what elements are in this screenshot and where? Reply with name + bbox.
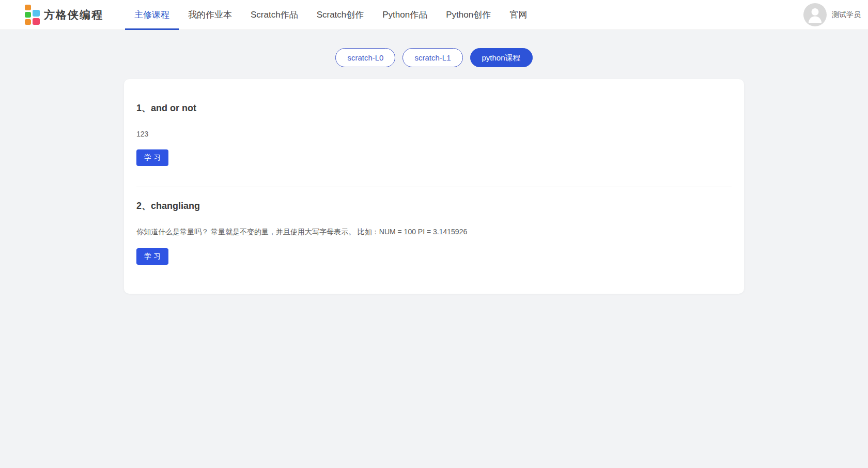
course-item: 2、changliang 你知道什么是常量吗？ 常量就是不变的量，并且使用大写字… [136, 200, 732, 265]
brand-name: 方格侠编程 [44, 8, 103, 22]
course-description: 123 [136, 130, 732, 138]
course-filter-tabs: scratch-L0 scratch-L1 python课程 [0, 48, 868, 67]
logo-square-orange [25, 5, 31, 10]
filter-python-course[interactable]: python课程 [470, 48, 533, 67]
brand-logo-icon [25, 5, 40, 25]
study-button[interactable]: 学 习 [136, 149, 168, 166]
item-divider [136, 187, 732, 187]
study-button[interactable]: 学 习 [136, 248, 168, 265]
logo-square-green [25, 12, 31, 18]
logo-square-orange [25, 19, 31, 25]
nav-item-main-courses[interactable]: 主修课程 [125, 0, 179, 29]
course-list-card: 1、and or not 123 学 习 2、changliang 你知道什么是… [124, 79, 744, 294]
main-nav: 主修课程 我的作业本 Scratch作品 Scratch创作 Python作品 … [125, 0, 803, 29]
course-description: 你知道什么是常量吗？ 常量就是不变的量，并且使用大写字母表示。 比如：NUM =… [136, 228, 732, 237]
course-title: 2、changliang [136, 200, 732, 212]
filter-scratch-l0[interactable]: scratch-L0 [335, 48, 395, 67]
nav-item-python-works[interactable]: Python作品 [373, 0, 437, 29]
course-item: 1、and or not 123 学 习 [136, 102, 732, 166]
logo-square-blue [33, 10, 40, 17]
brand-logo[interactable]: 方格侠编程 [25, 0, 103, 29]
nav-item-python-create[interactable]: Python创作 [437, 0, 500, 29]
person-icon [803, 3, 827, 26]
filter-scratch-l1[interactable]: scratch-L1 [402, 48, 462, 67]
logo-square-pink [33, 18, 40, 25]
nav-item-official-site[interactable]: 官网 [500, 0, 536, 29]
user-menu[interactable]: 测试学员 [803, 0, 861, 29]
nav-item-my-workbook[interactable]: 我的作业本 [179, 0, 241, 29]
user-avatar [803, 3, 827, 26]
username: 测试学员 [832, 10, 861, 20]
main-content: 1、and or not 123 学 习 2、changliang 你知道什么是… [0, 79, 868, 294]
top-navbar: 方格侠编程 主修课程 我的作业本 Scratch作品 Scratch创作 Pyt… [0, 0, 868, 30]
nav-item-scratch-create[interactable]: Scratch创作 [307, 0, 374, 29]
course-title: 1、and or not [136, 102, 732, 114]
nav-item-scratch-works[interactable]: Scratch作品 [241, 0, 307, 29]
